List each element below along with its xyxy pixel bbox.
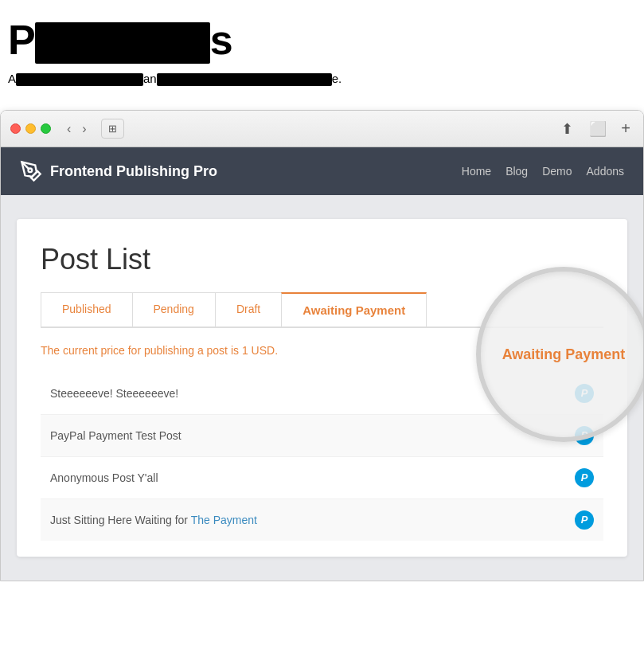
browser-navigation: ‹ › — [62, 119, 92, 139]
nav-addons[interactable]: Addons — [587, 165, 624, 178]
nav-blog[interactable]: Blog — [505, 165, 528, 178]
tab-pending[interactable]: Pending — [132, 292, 216, 326]
browser-window: ‹ › ⊞ ⬆ ⬜ + Frontend Publishing Pro Home… — [0, 110, 644, 581]
paypal-icon[interactable]: P — [575, 384, 594, 403]
table-row: PayPal Payment Test Post P — [41, 415, 603, 457]
nav-demo[interactable]: Demo — [542, 165, 572, 178]
tab-draft[interactable]: Draft — [215, 292, 282, 326]
forward-button[interactable]: › — [77, 119, 91, 139]
paypal-icon[interactable]: P — [575, 426, 594, 445]
site-logo: Frontend Publishing Pro — [20, 160, 462, 182]
post-list: Steeeeeeve! Steeeeeeve! P PayPal Payment… — [41, 373, 603, 541]
browser-toolbar: ‹ › ⊞ ⬆ ⬜ + — [1, 111, 643, 147]
title-redacted-1 — [35, 22, 210, 64]
tab-awaiting-payment[interactable]: Awaiting Payment — [281, 292, 427, 326]
add-tab-button[interactable]: + — [618, 118, 634, 139]
close-dot[interactable] — [10, 123, 21, 134]
page-title: Ps — [8, 16, 636, 64]
back-button[interactable]: ‹ — [62, 119, 76, 139]
paypal-icon[interactable]: P — [575, 468, 594, 487]
svg-point-0 — [29, 169, 33, 173]
minimize-dot[interactable] — [25, 123, 36, 134]
table-row: Steeeeeeve! Steeeeeeve! P — [41, 373, 603, 415]
title-letter-s: s — [210, 17, 232, 63]
post-title-link[interactable]: The Payment — [191, 514, 257, 526]
site-logo-text: Frontend Publishing Pro — [50, 163, 217, 180]
site-nav-links: Home Blog Demo Addons — [462, 165, 624, 178]
table-row: Anonymous Post Y'all P — [41, 457, 603, 499]
post-list-title: Post List — [41, 243, 603, 276]
page-subtitle: Aane. — [8, 72, 636, 86]
post-title: Steeeeeeve! Steeeeeeve! — [50, 387, 178, 400]
site-navigation: Frontend Publishing Pro Home Blog Demo A… — [1, 147, 643, 195]
post-title: Anonymous Post Y'all — [50, 471, 158, 484]
post-list-card: Post List Awaiting Payment Published Pen… — [17, 219, 627, 557]
paypal-icon[interactable]: P — [575, 510, 594, 530]
window-button[interactable]: ⬜ — [584, 119, 611, 139]
page-header: Ps Aane. — [0, 0, 644, 110]
tab-published[interactable]: Published — [41, 292, 133, 326]
title-letter-p: P — [8, 17, 35, 63]
fullscreen-dot[interactable] — [41, 123, 51, 134]
table-row: Just Sitting Here Waiting for The Paymen… — [41, 499, 603, 541]
site-body: Post List Awaiting Payment Published Pen… — [1, 195, 643, 581]
tabs-row: Published Pending Draft Awaiting Payment — [41, 292, 603, 328]
sidebar-toggle-button[interactable]: ⊞ — [101, 119, 124, 139]
post-title: PayPal Payment Test Post — [50, 429, 181, 442]
nav-home[interactable]: Home — [462, 165, 491, 178]
browser-dots — [10, 123, 51, 134]
logo-icon — [20, 160, 42, 182]
price-notice: The current price for publishing a post … — [41, 344, 603, 357]
share-button[interactable]: ⬆ — [556, 119, 578, 139]
browser-actions: ⬆ ⬜ — [556, 119, 611, 139]
post-title: Just Sitting Here Waiting for The Paymen… — [50, 514, 257, 526]
